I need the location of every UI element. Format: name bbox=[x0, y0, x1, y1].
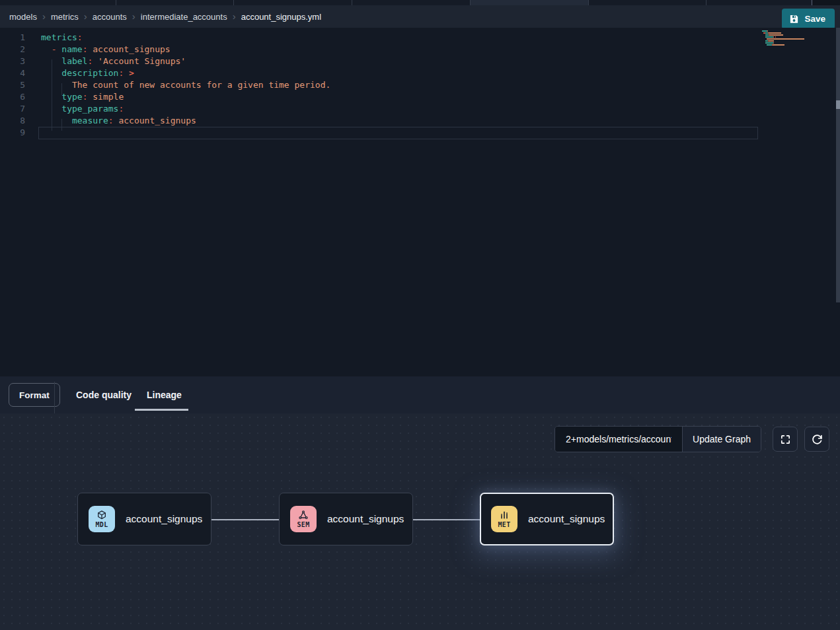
code-line: 8 measure: account_signups bbox=[0, 115, 840, 127]
metric-badge: MET bbox=[491, 506, 517, 532]
editor-tab[interactable] bbox=[352, 0, 471, 5]
badge-code: SEM bbox=[297, 521, 310, 528]
model-badge: MDL bbox=[89, 506, 115, 532]
refresh-button[interactable] bbox=[804, 427, 829, 452]
breadcrumb-item-file[interactable]: account_signups.yml bbox=[241, 12, 321, 22]
breadcrumb-item-models[interactable]: models bbox=[9, 12, 37, 22]
update-graph-button[interactable]: Update Graph bbox=[682, 427, 761, 452]
lineage-panel: Update Graph bbox=[0, 413, 840, 630]
breadcrumb-bar: models › metrics › accounts › intermedia… bbox=[0, 5, 840, 28]
node-label: account_signups bbox=[528, 513, 605, 525]
line-number: 4 bbox=[0, 67, 25, 79]
code-line: 1metrics: bbox=[0, 32, 840, 44]
badge-code: MDL bbox=[96, 521, 108, 528]
line-number: 7 bbox=[0, 103, 25, 115]
tab-lineage[interactable]: Lineage bbox=[147, 376, 182, 413]
line-number: 2 bbox=[0, 44, 25, 55]
scrollbar[interactable] bbox=[836, 28, 840, 302]
code-line: 5 The count of new accounts for a given … bbox=[0, 79, 840, 91]
line-number: 5 bbox=[0, 79, 25, 91]
tab-strip-endcap bbox=[812, 0, 840, 5]
code-line: 4 description: > bbox=[0, 67, 840, 79]
editor-tab[interactable] bbox=[234, 0, 352, 5]
code-line: 2 - name: account_signups bbox=[0, 44, 840, 55]
fullscreen-icon bbox=[780, 434, 791, 445]
lineage-selector-group: Update Graph bbox=[554, 426, 761, 452]
chevron-right-icon: › bbox=[233, 11, 236, 22]
bar-chart-icon bbox=[499, 510, 510, 520]
scrollbar-thumb[interactable] bbox=[836, 100, 840, 109]
bottom-panel-tabs: Format Code quality Lineage bbox=[0, 376, 840, 413]
format-button[interactable]: Format bbox=[9, 383, 60, 407]
minimap[interactable] bbox=[762, 30, 821, 48]
editor-tab[interactable] bbox=[116, 0, 234, 5]
refresh-icon bbox=[812, 434, 823, 445]
semantic-model-badge: SEM bbox=[290, 506, 317, 532]
active-line-highlight bbox=[38, 127, 758, 139]
chevron-right-icon: › bbox=[132, 11, 135, 22]
editor-tab[interactable] bbox=[0, 0, 116, 5]
editor-tab-active[interactable] bbox=[471, 0, 589, 5]
line-number: 6 bbox=[0, 91, 25, 103]
breadcrumb-item-metrics[interactable]: metrics bbox=[51, 12, 79, 22]
breadcrumb-item-accounts[interactable]: accounts bbox=[93, 12, 127, 22]
fullscreen-button[interactable] bbox=[773, 427, 798, 452]
editor-tab-strip bbox=[0, 0, 840, 5]
node-label: account_signups bbox=[327, 513, 404, 525]
cube-icon bbox=[96, 510, 107, 520]
line-number: 8 bbox=[0, 115, 25, 127]
indent-guide bbox=[52, 59, 52, 131]
lineage-node-model[interactable]: MDL account_signups bbox=[77, 493, 211, 545]
editor-tab[interactable] bbox=[589, 0, 706, 5]
code-line: 7 type_params: bbox=[0, 103, 840, 115]
active-tab-underline bbox=[135, 409, 188, 411]
node-label: account_signups bbox=[126, 513, 202, 525]
tab-code-quality[interactable]: Code quality bbox=[76, 376, 132, 413]
chevron-right-icon: › bbox=[84, 11, 87, 22]
semantic-network-icon bbox=[298, 510, 309, 520]
code-line: 3 label: 'Account Signups' bbox=[0, 55, 840, 67]
code-line: 6 type: simple bbox=[0, 91, 840, 103]
indent-guide bbox=[61, 83, 62, 95]
line-number: 1 bbox=[0, 32, 25, 44]
save-icon bbox=[789, 14, 799, 24]
app-root: models › metrics › accounts › intermedia… bbox=[0, 0, 840, 630]
line-number: 3 bbox=[0, 55, 25, 67]
lineage-toolbar: Update Graph bbox=[554, 426, 829, 452]
editor-tab[interactable] bbox=[706, 0, 812, 5]
code-editor[interactable]: 1metrics:2 - name: account_signups3 labe… bbox=[0, 28, 840, 376]
lineage-edge bbox=[413, 519, 480, 520]
chevron-right-icon: › bbox=[42, 11, 46, 22]
save-button-label: Save bbox=[804, 14, 825, 24]
breadcrumb: models › metrics › accounts › intermedia… bbox=[9, 11, 321, 22]
line-number: 9 bbox=[0, 127, 25, 139]
badge-code: MET bbox=[498, 521, 511, 528]
panel-divider bbox=[54, 382, 55, 413]
save-button[interactable]: Save bbox=[782, 9, 835, 29]
breadcrumb-item-intermediate-accounts[interactable]: intermediate_accounts bbox=[141, 12, 227, 22]
lineage-selector-input[interactable] bbox=[555, 427, 682, 452]
lineage-node-semantic-model[interactable]: SEM account_signups bbox=[279, 493, 413, 545]
lineage-node-metric[interactable]: MET account_signups bbox=[480, 493, 614, 545]
lineage-edge bbox=[211, 519, 279, 520]
code-lines: 1metrics:2 - name: account_signups3 labe… bbox=[0, 32, 840, 139]
